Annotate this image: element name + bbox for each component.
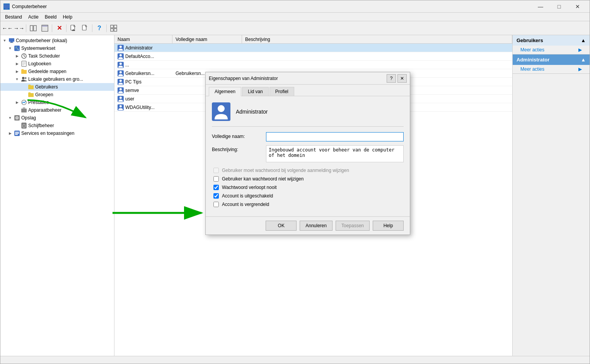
col-naam[interactable]: Naam bbox=[114, 35, 172, 43]
svg-text:🔧: 🔧 bbox=[15, 46, 20, 51]
checkboxes-section: Gebruiker moet wachtwoord bij volgende a… bbox=[212, 168, 404, 207]
tree-item-logboeken[interactable]: ▶ Logboeken bbox=[0, 60, 114, 68]
tree-item-services[interactable]: ▶ Services en toepassingen bbox=[0, 129, 114, 137]
svg-point-58 bbox=[119, 105, 122, 107]
storage-icon bbox=[14, 115, 20, 121]
toggle-log[interactable]: ▶ bbox=[14, 61, 20, 66]
maximize-button[interactable]: □ bbox=[550, 2, 568, 12]
input-volledige-naam[interactable] bbox=[266, 132, 404, 141]
tree-item-local-users[interactable]: ▼ Lokale gebruikers en gro... bbox=[0, 75, 114, 83]
toggle-opslag[interactable]: ▼ bbox=[7, 115, 13, 121]
actions-section-gebruikers: Gebruikers ▲ Meer acties ▶ bbox=[513, 35, 590, 54]
checkbox-wachtwoord-wijzigen[interactable] bbox=[213, 168, 219, 173]
textarea-beschrijving[interactable]: Ingebouwd account voor beheer van de com… bbox=[266, 145, 404, 162]
tab-algemeen[interactable]: Algemeen bbox=[209, 87, 241, 96]
checkbox-row-1: Gebruiker moet wachtwoord bij volgende a… bbox=[212, 168, 404, 173]
annuleren-button[interactable]: Annuleren bbox=[300, 221, 333, 231]
tree-root[interactable]: ▼ Computerbeheer (lokaal) bbox=[0, 37, 114, 44]
checkbox-wachtwoord-niet-wijzigen[interactable] bbox=[213, 176, 219, 182]
computer-icon bbox=[9, 37, 15, 44]
toolbar: ← → ✕ bbox=[0, 21, 590, 35]
properties-button[interactable] bbox=[108, 23, 119, 33]
tab-lid-van[interactable]: Lid van bbox=[242, 87, 269, 96]
user-icon-user bbox=[118, 96, 124, 102]
close-button[interactable]: ✕ bbox=[569, 2, 587, 12]
forward-button[interactable]: → bbox=[14, 23, 24, 33]
shared-folder-icon bbox=[21, 68, 27, 75]
tree-item-groepen[interactable]: ▶ Groepen bbox=[0, 91, 114, 99]
svg-rect-18 bbox=[10, 42, 13, 43]
actions-item-meer-acties-admin[interactable]: Meer acties ▶ bbox=[513, 65, 590, 73]
menu-help[interactable]: Help bbox=[60, 14, 75, 20]
show-hide-tree-button[interactable] bbox=[28, 23, 39, 33]
menu-bestand[interactable]: Bestand bbox=[2, 14, 25, 20]
list-row-guest[interactable]: ... bbox=[114, 61, 512, 69]
col-beschrijving[interactable]: Beschrijving bbox=[242, 35, 512, 43]
checkbox-account-vergrendeld[interactable] bbox=[213, 202, 219, 207]
checkbox-wachtwoord-verloopt-nooit[interactable] bbox=[213, 185, 219, 190]
toggle-services[interactable]: ▶ bbox=[7, 131, 13, 136]
toggle-shared[interactable]: ▶ bbox=[14, 69, 20, 74]
tree-item-systeemwerkset[interactable]: ▼ 🔧 Systeemwerkset bbox=[0, 44, 114, 52]
import-button[interactable] bbox=[80, 23, 90, 33]
svg-point-48 bbox=[119, 63, 122, 65]
toggle-prestaties[interactable]: ▶ bbox=[14, 100, 20, 105]
cell-fullname-guest bbox=[172, 64, 242, 66]
tree-label-apparaat: Apparaatbeheer bbox=[28, 107, 61, 113]
tree-item-opslag[interactable]: ▼ Opslag bbox=[0, 114, 114, 122]
tree-item-schijfbeheer[interactable]: ▶ Schijfbeheer bbox=[0, 122, 114, 129]
label-cb4: Account is uitgeschakeld bbox=[222, 193, 273, 199]
tree-item-apparaatbeheer[interactable]: ▶ Apparaatbeheer bbox=[0, 106, 114, 114]
dialog-footer: OK Annuleren Toepassen Help bbox=[206, 216, 410, 235]
cell-desc-default bbox=[242, 56, 512, 57]
tree-item-prestaties[interactable]: ▶ Prestaties bbox=[0, 99, 114, 106]
actions-item-meer-acties-gebruikers[interactable]: Meer acties ▶ bbox=[513, 46, 590, 54]
device-icon bbox=[21, 107, 27, 113]
list-row-administrator[interactable]: Administrator bbox=[114, 44, 512, 52]
chevron-up-icon-admin: ▲ bbox=[581, 57, 586, 63]
back-button[interactable]: ← bbox=[2, 23, 13, 33]
checkbox-account-uitgeschakeld[interactable] bbox=[213, 193, 219, 199]
form-row-volledige-naam: Volledige naam: bbox=[212, 132, 404, 141]
tool-icon: 🔧 bbox=[14, 45, 20, 51]
tab-profiel[interactable]: Profiel bbox=[269, 87, 294, 96]
help-dialog-button[interactable]: Help bbox=[373, 221, 404, 231]
tree-item-gedeelde-mappen[interactable]: ▶ Gedeelde mappen bbox=[0, 68, 114, 75]
tree-root-label: Computerbeheer (lokaal) bbox=[16, 38, 67, 43]
help-button[interactable]: ? bbox=[94, 23, 105, 33]
cell-naam-wdag: WDAGUtility... bbox=[114, 104, 172, 111]
svg-rect-3 bbox=[30, 26, 33, 31]
ok-button[interactable]: OK bbox=[266, 221, 297, 231]
tree-toggle-root[interactable]: ▼ bbox=[2, 38, 7, 43]
toggle-task[interactable]: ▶ bbox=[14, 53, 20, 59]
cell-desc-guest bbox=[242, 64, 512, 66]
checkbox-row-2: Gebruiker kan wachtwoord niet wijzigen bbox=[212, 176, 404, 182]
export-button[interactable] bbox=[68, 23, 79, 33]
toolbar-separator-5 bbox=[106, 24, 107, 32]
clock-icon bbox=[21, 53, 27, 59]
tree-item-task-scheduler[interactable]: ▶ Task Scheduler bbox=[0, 52, 114, 60]
main-window: Computerbeheer — □ ✕ Bestand Actie Beeld… bbox=[0, 0, 590, 364]
menu-beeld[interactable]: Beeld bbox=[42, 14, 60, 20]
dialog-title-text: Eigenschappen van Administrator bbox=[209, 76, 278, 81]
tree-view-button[interactable] bbox=[39, 23, 50, 33]
tree-item-gebruikers[interactable]: ▶ Gebruikers bbox=[0, 83, 114, 91]
toggle-systeemwerkset[interactable]: ▼ bbox=[7, 46, 13, 51]
checkbox-row-3: Wachtwoord verloopt nooit bbox=[212, 185, 404, 190]
svg-point-62 bbox=[218, 105, 225, 112]
chevron-right-icon: ▶ bbox=[578, 47, 582, 53]
menu-actie[interactable]: Actie bbox=[25, 14, 42, 20]
actions-header-gebruikers: Gebruikers ▲ bbox=[513, 35, 590, 46]
dialog-help-button[interactable]: ? bbox=[387, 74, 396, 83]
user-icon-wdag bbox=[118, 104, 124, 111]
minimize-button[interactable]: — bbox=[532, 2, 549, 12]
app-icon bbox=[3, 3, 10, 10]
delete-button[interactable]: ✕ bbox=[54, 23, 65, 33]
toggle-local-users[interactable]: ▼ bbox=[14, 77, 20, 82]
col-volledige-naam[interactable]: Volledige naam bbox=[172, 35, 242, 43]
svg-rect-32 bbox=[21, 109, 27, 112]
dialog-close-button[interactable]: ✕ bbox=[397, 74, 407, 83]
toepassen-button[interactable]: Toepassen bbox=[336, 221, 370, 231]
list-row-defaultacco[interactable]: DefaultAcco... bbox=[114, 52, 512, 61]
label-cb5: Account is vergrendeld bbox=[222, 202, 269, 207]
